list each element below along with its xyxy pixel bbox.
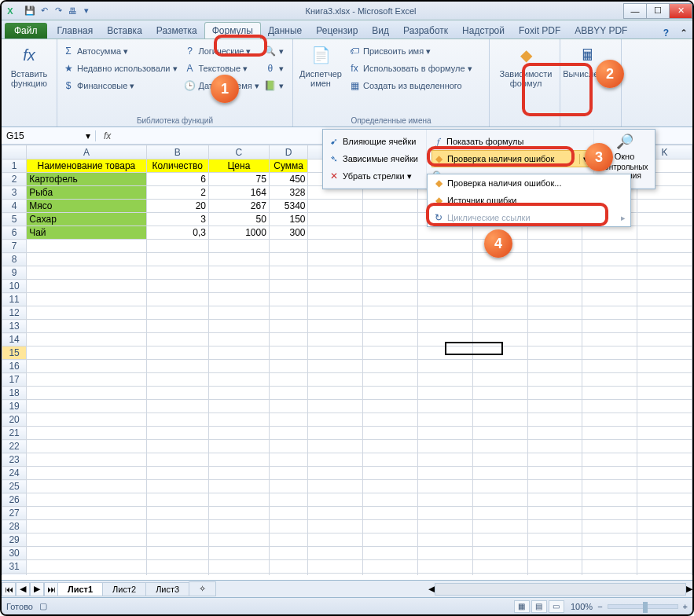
cell[interactable] <box>208 280 269 293</box>
cell[interactable] <box>27 413 146 427</box>
cell[interactable] <box>527 507 582 520</box>
cell[interactable] <box>637 280 692 293</box>
use-in-formula-button[interactable]: fxИспользовать в формуле ▾ <box>348 60 472 77</box>
cell[interactable] <box>418 360 473 373</box>
define-name-button[interactable]: 🏷Присвоить имя ▾ <box>348 42 472 60</box>
cell[interactable] <box>418 534 473 547</box>
cell[interactable] <box>473 534 528 547</box>
col-header[interactable]: C <box>208 145 269 160</box>
cell[interactable] <box>363 467 418 480</box>
select-all[interactable] <box>2 145 27 160</box>
cell[interactable] <box>146 547 208 560</box>
cell[interactable] <box>208 266 269 280</box>
cell[interactable]: 20 <box>146 200 208 213</box>
cell[interactable] <box>363 346 418 360</box>
cell[interactable] <box>308 387 363 400</box>
cell[interactable] <box>308 467 363 480</box>
cell[interactable] <box>308 333 363 346</box>
row-header[interactable]: 9 <box>2 266 27 280</box>
row-header[interactable]: 19 <box>2 400 27 413</box>
cell[interactable] <box>637 200 692 213</box>
cell[interactable] <box>146 280 208 293</box>
cell[interactable] <box>27 320 146 333</box>
cell[interactable]: 450 <box>269 173 308 186</box>
qat-undo-icon[interactable]: ↶ <box>38 5 50 17</box>
cell[interactable] <box>27 360 146 373</box>
cell[interactable] <box>473 453 528 467</box>
trace-dependents-button[interactable]: ➴Зависимые ячейки <box>328 150 421 167</box>
cell[interactable] <box>27 387 146 400</box>
zoom-in-button[interactable]: + <box>683 602 688 611</box>
cell[interactable] <box>527 320 582 333</box>
cell[interactable] <box>269 520 308 534</box>
cell[interactable] <box>308 560 363 574</box>
cell[interactable] <box>363 427 418 440</box>
row-header[interactable]: 16 <box>2 360 27 373</box>
cell[interactable] <box>208 507 269 520</box>
math-button[interactable]: θ▾ <box>264 60 284 77</box>
cell[interactable] <box>582 413 637 427</box>
cell[interactable] <box>146 306 208 320</box>
help-icon[interactable]: ? <box>657 28 675 38</box>
sheet-tab-3[interactable]: Лист3 <box>145 582 189 596</box>
cell[interactable] <box>27 440 146 453</box>
cell[interactable] <box>637 467 692 480</box>
cell[interactable] <box>637 266 692 280</box>
cell[interactable] <box>363 520 418 534</box>
row-header[interactable]: 11 <box>2 293 27 306</box>
cell[interactable] <box>308 534 363 547</box>
cell[interactable]: Чай <box>27 226 146 240</box>
cell[interactable] <box>473 413 528 427</box>
cell[interactable] <box>418 440 473 453</box>
cell[interactable] <box>269 253 308 266</box>
row-header[interactable]: 29 <box>2 534 27 547</box>
cell[interactable] <box>527 440 582 453</box>
cell[interactable] <box>308 266 363 280</box>
cell[interactable] <box>473 387 528 400</box>
cell[interactable] <box>637 333 692 346</box>
cell[interactable] <box>146 293 208 306</box>
cell[interactable] <box>582 560 637 574</box>
cell[interactable] <box>418 480 473 493</box>
cell[interactable] <box>527 400 582 413</box>
cell[interactable] <box>269 427 308 440</box>
cell[interactable] <box>637 360 692 373</box>
tab-layout[interactable]: Разметка <box>149 23 204 38</box>
cell[interactable] <box>208 360 269 373</box>
excel-system-icon[interactable]: X <box>2 6 19 16</box>
cell[interactable] <box>363 213 418 226</box>
cell[interactable] <box>27 480 146 493</box>
cell[interactable] <box>637 440 692 453</box>
cell[interactable] <box>418 387 473 400</box>
cell[interactable] <box>527 534 582 547</box>
cell[interactable] <box>308 574 363 576</box>
row-header[interactable]: 26 <box>2 493 27 507</box>
cell[interactable] <box>527 413 582 427</box>
cell[interactable] <box>637 493 692 507</box>
cell[interactable] <box>418 240 473 253</box>
cell[interactable] <box>637 373 692 387</box>
cell[interactable] <box>582 266 637 280</box>
cell[interactable] <box>582 440 637 453</box>
cell[interactable] <box>582 346 637 360</box>
cell[interactable] <box>308 520 363 534</box>
cell[interactable] <box>527 253 582 266</box>
row-header[interactable]: 23 <box>2 453 27 467</box>
cell[interactable] <box>637 574 692 576</box>
cell[interactable] <box>473 266 528 280</box>
sheet-first-icon[interactable]: ⏮ <box>2 582 16 596</box>
cell[interactable] <box>637 560 692 574</box>
cell[interactable] <box>527 266 582 280</box>
cell[interactable] <box>269 413 308 427</box>
cell[interactable] <box>363 320 418 333</box>
cell[interactable] <box>637 320 692 333</box>
cell[interactable] <box>527 280 582 293</box>
error-check-item[interactable]: ◆Проверка наличия ошибок... <box>428 174 630 192</box>
cell[interactable] <box>363 266 418 280</box>
cell[interactable] <box>208 574 269 576</box>
tab-addins[interactable]: Надстрой <box>455 23 512 38</box>
cell[interactable] <box>527 306 582 320</box>
cell[interactable] <box>208 306 269 320</box>
cell[interactable] <box>27 333 146 346</box>
cell[interactable] <box>27 467 146 480</box>
